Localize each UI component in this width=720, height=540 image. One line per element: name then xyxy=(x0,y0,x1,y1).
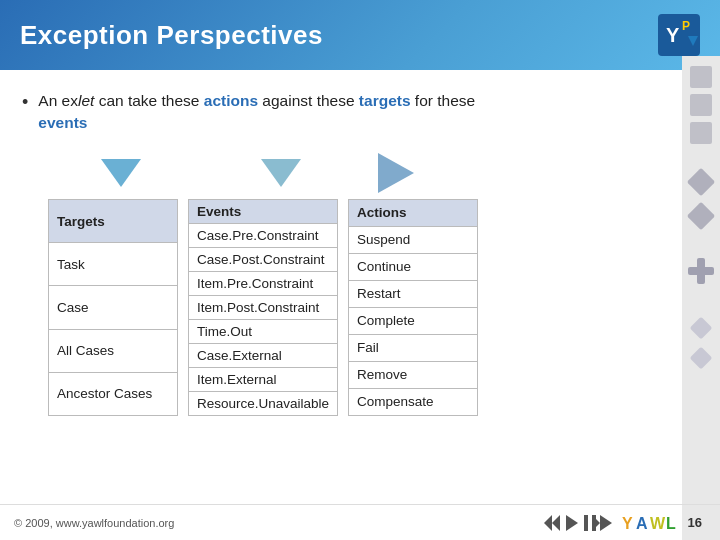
targets-header: Targets xyxy=(49,199,178,242)
events-word: events xyxy=(38,114,87,131)
page-header: Exception Perspectives Y P xyxy=(0,0,720,70)
svg-text:L: L xyxy=(666,515,676,532)
targets-case: Case xyxy=(49,286,178,329)
bullet-text: An exlet can take these actions against … xyxy=(38,90,475,135)
footer-logo-area: Y A W L 16 xyxy=(544,512,702,534)
table-row: Remove xyxy=(349,361,478,388)
table-row: Item.Post.Constraint xyxy=(189,295,338,319)
page-number: 16 xyxy=(688,515,702,530)
deco-square-2 xyxy=(690,94,712,116)
svg-text:W: W xyxy=(650,515,666,532)
table-row: Case xyxy=(49,286,178,329)
deco-square-1 xyxy=(690,66,712,88)
table-row: Complete xyxy=(349,307,478,334)
table-header-row: Targets xyxy=(49,199,178,242)
bullet-symbol: • xyxy=(22,92,28,113)
footer-copyright: © 2009, www.yawlfoundation.org xyxy=(14,517,174,529)
table-row: Case.Pre.Constraint xyxy=(189,223,338,247)
table-row: Task xyxy=(49,243,178,286)
footer-nav-controls[interactable] xyxy=(544,513,616,533)
events-caseexternal: Case.External xyxy=(189,343,338,367)
table-row: Ancestor Cases xyxy=(49,372,178,415)
exlet-word: let xyxy=(78,92,94,109)
actions-word: actions xyxy=(204,92,258,109)
yawl-logo-svg: Y A W L xyxy=(622,512,682,534)
actions-complete: Complete xyxy=(349,307,478,334)
table-row: Fail xyxy=(349,334,478,361)
page-title: Exception Perspectives xyxy=(20,20,323,51)
arrow-down-events-icon xyxy=(261,159,301,187)
svg-text:Y: Y xyxy=(666,24,680,46)
table-row: Compensate xyxy=(349,388,478,415)
table-row: Suspend xyxy=(349,226,478,253)
events-table: Events Case.Pre.Constraint Case.Post.Con… xyxy=(188,199,338,416)
actions-compensate: Compensate xyxy=(349,388,478,415)
events-arrow xyxy=(193,153,368,193)
svg-text:P: P xyxy=(682,19,690,33)
deco-diamond-1 xyxy=(687,168,715,196)
events-header: Events xyxy=(189,199,338,223)
page-footer: © 2009, www.yawlfoundation.org Y A W L xyxy=(0,504,720,540)
table-row: Restart xyxy=(349,280,478,307)
actions-fail: Fail xyxy=(349,334,478,361)
actions-header: Actions xyxy=(349,199,478,226)
deco-diamond-4 xyxy=(690,347,713,370)
arrows-row xyxy=(22,153,670,193)
table-row: Time.Out xyxy=(189,319,338,343)
events-timeout: Time.Out xyxy=(189,319,338,343)
main-content: • An exlet can take these actions agains… xyxy=(0,70,720,432)
header-logo-icon: Y P xyxy=(658,14,700,56)
table-row: Continue xyxy=(349,253,478,280)
deco-diamond-2 xyxy=(687,202,715,230)
targets-word: targets xyxy=(359,92,411,109)
table-row: Resource.Unavailable xyxy=(189,391,338,415)
actions-remove: Remove xyxy=(349,361,478,388)
table-row: Case.Post.Constraint xyxy=(189,247,338,271)
actions-continue: Continue xyxy=(349,253,478,280)
footer-nav-svg xyxy=(544,513,616,533)
events-itempreconstraint: Item.Pre.Constraint xyxy=(189,271,338,295)
svg-rect-6 xyxy=(584,515,588,531)
actions-arrow xyxy=(368,153,528,193)
events-itemexternal: Item.External xyxy=(189,367,338,391)
actions-table: Actions Suspend Continue Restart Complet… xyxy=(348,199,478,416)
deco-diamond-3 xyxy=(690,317,713,340)
table-row: Item.Pre.Constraint xyxy=(189,271,338,295)
bullet-point: • An exlet can take these actions agains… xyxy=(22,90,670,135)
events-casepostconstraint: Case.Post.Constraint xyxy=(189,247,338,271)
right-decoration-panel xyxy=(682,56,720,540)
svg-text:Y: Y xyxy=(622,515,633,532)
arrow-right-actions-icon xyxy=(378,153,414,193)
svg-marker-4 xyxy=(544,515,560,531)
actions-suspend: Suspend xyxy=(349,226,478,253)
targets-ancestorcases: Ancestor Cases xyxy=(49,372,178,415)
targets-task: Task xyxy=(49,243,178,286)
svg-marker-5 xyxy=(566,515,578,531)
targets-table: Targets Task Case All Cases Ancestor Cas… xyxy=(48,199,178,416)
arrow-down-targets-icon xyxy=(101,159,141,187)
targets-allcases: All Cases xyxy=(49,329,178,372)
events-resourceunavailable: Resource.Unavailable xyxy=(189,391,338,415)
events-itempostconstraint: Item.Post.Constraint xyxy=(189,295,338,319)
table-header-row: Events xyxy=(189,199,338,223)
deco-square-3 xyxy=(690,122,712,144)
deco-cross-1 xyxy=(688,258,714,284)
table-row: All Cases xyxy=(49,329,178,372)
tables-row: Targets Task Case All Cases Ancestor Cas… xyxy=(22,199,670,416)
svg-text:A: A xyxy=(636,515,648,532)
actions-restart: Restart xyxy=(349,280,478,307)
events-casepreconstraint: Case.Pre.Constraint xyxy=(189,223,338,247)
table-header-row: Actions xyxy=(349,199,478,226)
table-row: Case.External xyxy=(189,343,338,367)
table-row: Item.External xyxy=(189,367,338,391)
targets-arrow xyxy=(48,153,193,193)
